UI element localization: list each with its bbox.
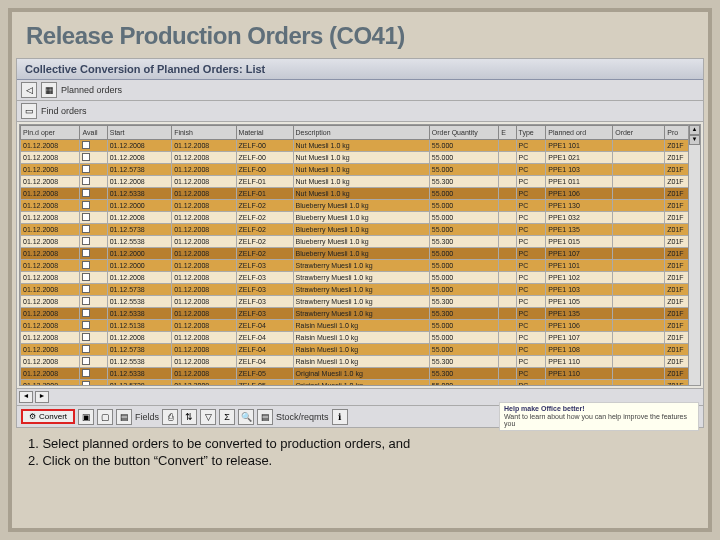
row-checkbox[interactable] xyxy=(82,237,90,245)
row-checkbox[interactable] xyxy=(82,141,90,149)
deselect-icon[interactable]: ▢ xyxy=(97,409,113,425)
row-checkbox[interactable] xyxy=(82,153,90,161)
row-checkbox[interactable] xyxy=(82,285,90,293)
cell: 01.12.2008 xyxy=(21,224,80,236)
row-checkbox[interactable] xyxy=(82,309,90,317)
back-icon[interactable]: ◁ xyxy=(21,82,37,98)
table-row[interactable]: 01.12.200801.12.200801.12.2008ZELF-00Nut… xyxy=(21,140,700,152)
print-icon[interactable]: ⎙ xyxy=(162,409,178,425)
row-checkbox[interactable] xyxy=(82,225,90,233)
row-checkbox[interactable] xyxy=(82,345,90,353)
table-row[interactable]: 01.12.200801.12.533801.12.2008ZELF-05Ori… xyxy=(21,368,700,380)
row-checkbox[interactable] xyxy=(82,273,90,281)
help-title: Help make Office better! xyxy=(504,405,694,413)
row-checkbox[interactable] xyxy=(82,321,90,329)
filter-icon[interactable]: ▽ xyxy=(200,409,216,425)
row-checkbox[interactable] xyxy=(82,297,90,305)
row-checkbox[interactable] xyxy=(82,381,90,386)
col-header[interactable]: Order Quantity xyxy=(429,126,498,140)
row-checkbox[interactable] xyxy=(82,165,90,173)
cell: 01.12.2008 xyxy=(172,356,236,368)
table-row[interactable]: 01.12.200801.12.573801.12.2008ZELF-03Str… xyxy=(21,284,700,296)
fields-icon[interactable]: ▤ xyxy=(116,409,132,425)
select-all-icon[interactable]: ▣ xyxy=(78,409,94,425)
table-row[interactable]: 01.12.200801.12.200801.12.2008ZELF-01Nut… xyxy=(21,176,700,188)
cell: PPE1 130 xyxy=(546,200,613,212)
table-row[interactable]: 01.12.200801.12.200001.12.2008ZELF-02Blu… xyxy=(21,200,700,212)
col-header[interactable]: Pln.d oper xyxy=(21,126,80,140)
col-header[interactable]: Order xyxy=(613,126,665,140)
cell: ZELF-04 xyxy=(236,332,293,344)
col-header[interactable]: E xyxy=(499,126,516,140)
col-header[interactable]: Avail xyxy=(80,126,107,140)
stock-icon[interactable]: ▤ xyxy=(257,409,273,425)
cell xyxy=(80,332,107,344)
cell: 01.12.2008 xyxy=(172,140,236,152)
col-header[interactable]: Material xyxy=(236,126,293,140)
row-checkbox[interactable] xyxy=(82,177,90,185)
col-header[interactable]: Start xyxy=(107,126,171,140)
table-row[interactable]: 01.12.200801.12.513801.12.2008ZELF-04Rai… xyxy=(21,320,700,332)
scroll-down-icon[interactable]: ▼ xyxy=(689,135,700,145)
col-header[interactable]: Finish xyxy=(172,126,236,140)
cell: PPE1 135 xyxy=(546,224,613,236)
table-row[interactable]: 01.12.200801.12.200801.12.2008ZELF-04Rai… xyxy=(21,332,700,344)
table-row[interactable]: 01.12.200801.12.553801.12.2008ZELF-03Str… xyxy=(21,296,700,308)
row-checkbox[interactable] xyxy=(82,261,90,269)
cell xyxy=(613,272,665,284)
sum-icon[interactable]: Σ xyxy=(219,409,235,425)
vertical-scrollbar[interactable]: ▲ ▼ xyxy=(688,125,700,385)
table-row[interactable]: 01.12.200801.12.553801.12.2008ZELF-02Blu… xyxy=(21,236,700,248)
info-icon[interactable]: ℹ xyxy=(332,409,348,425)
col-header[interactable]: Planned ord xyxy=(546,126,613,140)
table-row[interactable]: 01.12.200801.12.200001.12.2008ZELF-03Str… xyxy=(21,260,700,272)
cell: 01.12.5338 xyxy=(107,368,171,380)
col-header[interactable]: Type xyxy=(516,126,546,140)
row-checkbox[interactable] xyxy=(82,213,90,221)
table-row[interactable]: 01.12.200801.12.573801.12.2008ZELF-02Blu… xyxy=(21,224,700,236)
col-header[interactable]: Description xyxy=(293,126,429,140)
fields-label[interactable]: Fields xyxy=(135,412,159,422)
table-row[interactable]: 01.12.200801.12.553801.12.2008ZELF-04Rai… xyxy=(21,356,700,368)
cell xyxy=(499,248,516,260)
scroll-up-icon[interactable]: ▲ xyxy=(689,125,700,135)
table-row[interactable]: 01.12.200801.12.200801.12.2008ZELF-03Str… xyxy=(21,272,700,284)
cell xyxy=(80,308,107,320)
cell xyxy=(499,212,516,224)
row-checkbox[interactable] xyxy=(82,249,90,257)
row-checkbox[interactable] xyxy=(82,369,90,377)
table-row[interactable]: 01.12.200801.12.200801.12.2008ZELF-02Blu… xyxy=(21,212,700,224)
table-row[interactable]: 01.12.200801.12.573801.12.2008ZELF-04Rai… xyxy=(21,344,700,356)
cell: 55.000 xyxy=(429,344,498,356)
row-checkbox[interactable] xyxy=(82,333,90,341)
nav-right-icon[interactable]: ► xyxy=(35,391,49,403)
table-row[interactable]: 01.12.200801.12.533801.12.2008ZELF-03Str… xyxy=(21,308,700,320)
cell xyxy=(499,152,516,164)
cell: PC xyxy=(516,188,546,200)
grid-icon[interactable]: ▦ xyxy=(41,82,57,98)
table-row[interactable]: 01.12.200801.12.200001.12.2008ZELF-02Blu… xyxy=(21,248,700,260)
table-row[interactable]: 01.12.200801.12.573801.12.2008ZELF-00Nut… xyxy=(21,164,700,176)
table-row[interactable]: 01.12.200801.12.533801.12.2008ZELF-01Nut… xyxy=(21,188,700,200)
cell: 55.000 xyxy=(429,212,498,224)
cell: PPE1 101 xyxy=(546,140,613,152)
help-text: Want to learn about how you can help imp… xyxy=(504,413,694,428)
cell: ZELF-03 xyxy=(236,272,293,284)
nav-left-icon[interactable]: ◄ xyxy=(19,391,33,403)
convert-button[interactable]: ⚙ Convert xyxy=(21,409,75,424)
row-checkbox[interactable] xyxy=(82,189,90,197)
help-balloon: Help make Office better! Want to learn a… xyxy=(499,402,699,431)
row-checkbox[interactable] xyxy=(82,201,90,209)
table-row[interactable]: 01.12.200801.12.573801.12.2008ZELF-05Ori… xyxy=(21,380,700,387)
cell: PC xyxy=(516,344,546,356)
search-icon[interactable]: 🔍 xyxy=(238,409,254,425)
sort-icon[interactable]: ⇅ xyxy=(181,409,197,425)
row-checkbox[interactable] xyxy=(82,357,90,365)
table-row[interactable]: 01.12.200801.12.200801.12.2008ZELF-00Nut… xyxy=(21,152,700,164)
cell: ZELF-02 xyxy=(236,248,293,260)
cell: PPE1 110 xyxy=(546,356,613,368)
doc-icon[interactable]: ▭ xyxy=(21,103,37,119)
stock-label[interactable]: Stock/reqmts xyxy=(276,412,329,422)
cell: PPE1 110 xyxy=(546,368,613,380)
cell: 01.12.5738 xyxy=(107,224,171,236)
